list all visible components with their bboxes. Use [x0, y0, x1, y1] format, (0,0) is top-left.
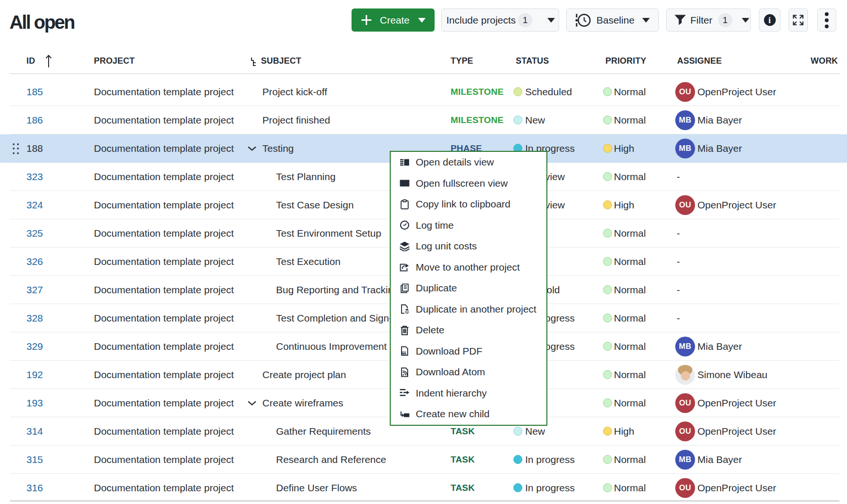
svg-text:PDF: PDF	[403, 352, 407, 355]
